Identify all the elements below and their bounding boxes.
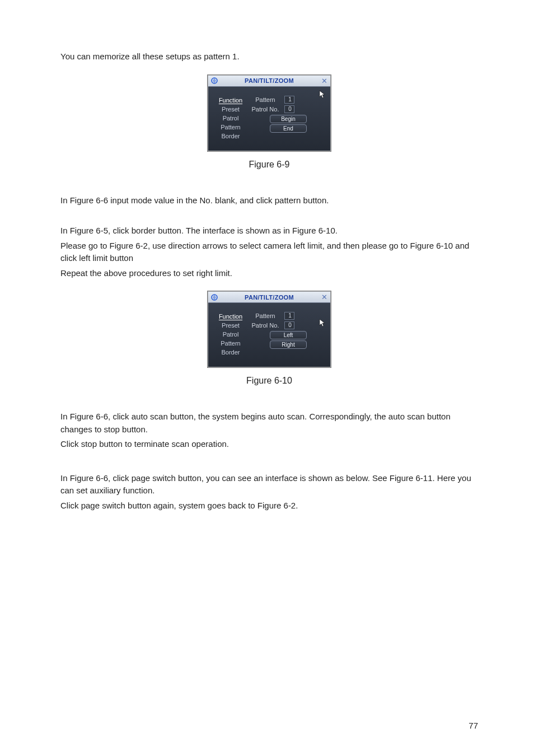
page-number: 77 bbox=[469, 721, 478, 730]
left-button[interactable]: Left bbox=[270, 331, 307, 339]
sidebar-item-border[interactable]: Border bbox=[214, 348, 247, 357]
sidebar-item-preset[interactable]: Preset bbox=[214, 321, 247, 330]
body-text: Click stop button to terminate scan oper… bbox=[60, 438, 478, 451]
sidebar-item-preset[interactable]: Preset bbox=[214, 105, 247, 114]
figure-caption: Figure 6-10 bbox=[60, 376, 478, 386]
pattern-label: Pattern bbox=[250, 312, 281, 319]
app-icon bbox=[209, 76, 219, 86]
body-text: Please go to Figure 6-2, use direction a… bbox=[60, 240, 478, 265]
sidebar-item-border[interactable]: Border bbox=[214, 132, 247, 141]
pattern-label: Pattern bbox=[250, 96, 281, 103]
body-text: In Figure 6-6, click auto scan button, t… bbox=[60, 410, 478, 436]
close-icon[interactable]: ✕ bbox=[319, 76, 329, 86]
dialog-title: PAN/TILT/ZOOM bbox=[219, 294, 319, 301]
body-text: Click page switch button again, system g… bbox=[60, 500, 478, 512]
dialog-title: PAN/TILT/ZOOM bbox=[219, 77, 319, 84]
body-text: You can memorize all these setups as pat… bbox=[60, 50, 478, 63]
app-icon bbox=[209, 292, 219, 302]
ptz-dialog: PAN/TILT/ZOOM ✕ Function Preset Patrol P… bbox=[207, 74, 331, 152]
cursor-icon bbox=[319, 319, 326, 330]
pattern-field[interactable]: 1 bbox=[284, 312, 294, 320]
cursor-icon bbox=[319, 90, 326, 101]
sidebar-item-pattern[interactable]: Pattern bbox=[214, 123, 247, 132]
sidebar-item-function[interactable]: Function bbox=[214, 96, 247, 105]
right-button[interactable]: Right bbox=[270, 340, 307, 349]
patrol-no-field[interactable]: 0 bbox=[284, 321, 294, 329]
sidebar-item-patrol[interactable]: Patrol bbox=[214, 330, 247, 339]
body-text: In Figure 6-6, click page switch button,… bbox=[60, 472, 478, 497]
ptz-dialog: PAN/TILT/ZOOM ✕ Function Preset Patrol P… bbox=[207, 291, 331, 368]
sidebar-item-function[interactable]: Function bbox=[214, 312, 247, 321]
end-button[interactable]: End bbox=[270, 124, 307, 133]
patrol-no-label: Patrol No. bbox=[250, 106, 281, 113]
figure-6-10: PAN/TILT/ZOOM ✕ Function Preset Patrol P… bbox=[60, 291, 478, 386]
close-icon[interactable]: ✕ bbox=[319, 292, 329, 302]
body-text: In Figure 6-5, click border button. The … bbox=[60, 225, 478, 237]
sidebar-item-pattern[interactable]: Pattern bbox=[214, 339, 247, 348]
body-text: In Figure 6-6 input mode value in the No… bbox=[60, 194, 478, 207]
sidebar-item-patrol[interactable]: Patrol bbox=[214, 114, 247, 123]
figure-6-9: PAN/TILT/ZOOM ✕ Function Preset Patrol P… bbox=[60, 74, 478, 170]
body-text: Repeat the above procedures to set right… bbox=[60, 267, 478, 280]
figure-caption: Figure 6-9 bbox=[60, 160, 478, 170]
pattern-field[interactable]: 1 bbox=[284, 96, 294, 104]
begin-button[interactable]: Begin bbox=[270, 115, 307, 123]
patrol-no-field[interactable]: 0 bbox=[284, 105, 294, 113]
patrol-no-label: Patrol No. bbox=[250, 322, 281, 329]
